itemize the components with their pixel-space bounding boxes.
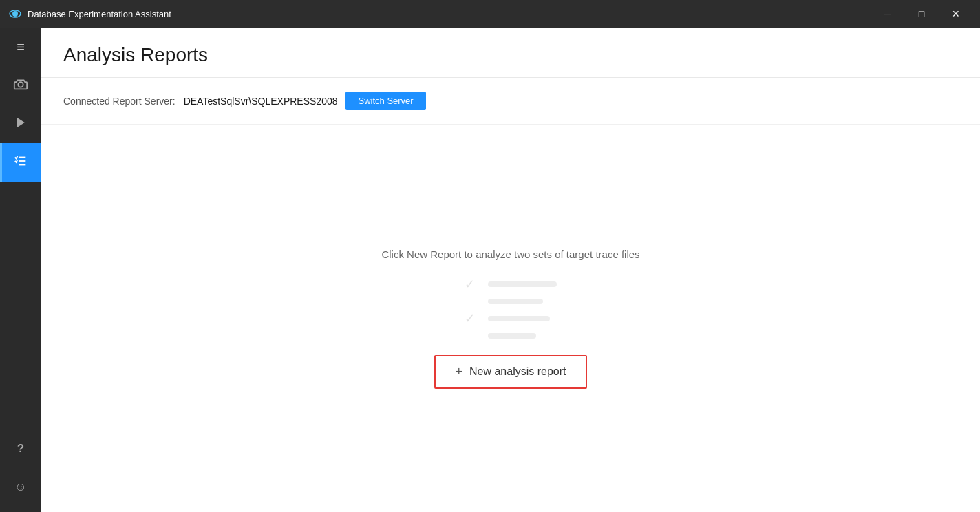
title-bar-left: Database Experimentation Assistant <box>8 7 171 21</box>
sidebar-item-menu[interactable]: ≡ <box>0 28 41 66</box>
sidebar-bottom: ? ☺ <box>0 429 41 512</box>
play-icon <box>14 116 28 133</box>
line-1 <box>488 281 557 287</box>
svg-marker-3 <box>17 117 25 127</box>
camera-icon <box>13 76 28 95</box>
app-title: Database Experimentation Assistant <box>28 9 171 19</box>
close-button[interactable]: ✕ <box>940 3 972 25</box>
new-report-label: New analysis report <box>469 365 566 378</box>
checklist-row-1: ✓ <box>465 277 557 292</box>
minimize-button[interactable]: ─ <box>871 3 903 25</box>
checklist-illustration: ✓ ✓ <box>465 277 557 339</box>
new-analysis-report-button[interactable]: + New analysis report <box>434 355 586 389</box>
window-controls: ─ □ ✕ <box>871 3 972 25</box>
help-icon: ? <box>17 442 24 456</box>
line-3 <box>488 316 550 321</box>
sidebar-item-feedback[interactable]: ☺ <box>0 468 41 506</box>
feedback-icon: ☺ <box>14 480 26 494</box>
plus-icon: + <box>455 365 462 379</box>
line-2 <box>488 299 543 304</box>
check-icon-3: ✓ <box>465 311 481 326</box>
title-bar: Database Experimentation Assistant ─ □ ✕ <box>0 0 980 28</box>
sidebar-item-analysis[interactable] <box>0 143 41 182</box>
svg-point-1 <box>12 11 18 17</box>
checklist-row-4 <box>465 333 557 339</box>
menu-icon: ≡ <box>17 39 25 55</box>
connection-label: Connected Report Server: <box>63 96 175 107</box>
connection-bar: Connected Report Server: DEATestSqlSvr\S… <box>41 78 980 125</box>
checklist-row-3: ✓ <box>465 311 557 326</box>
sidebar: ≡ <box>0 28 41 512</box>
app-icon <box>8 7 22 21</box>
page-header: Analysis Reports <box>41 28 980 78</box>
maximize-button[interactable]: □ <box>906 3 937 25</box>
main-content: Analysis Reports Connected Report Server… <box>41 28 980 512</box>
page-title: Analysis Reports <box>63 44 958 66</box>
sidebar-item-help[interactable]: ? <box>0 429 41 468</box>
empty-state-hint: Click New Report to analyze two sets of … <box>381 248 639 260</box>
switch-server-button[interactable]: Switch Server <box>345 92 425 110</box>
checklist-row-2 <box>465 299 557 304</box>
check-icon-1: ✓ <box>465 277 481 292</box>
list-check-icon <box>13 153 28 172</box>
sidebar-nav: ≡ <box>0 28 41 429</box>
empty-state: Click New Report to analyze two sets of … <box>41 125 980 512</box>
sidebar-item-replay[interactable] <box>0 105 41 143</box>
server-name: DEATestSqlSvr\SQLEXPRESS2008 <box>184 96 338 107</box>
svg-point-2 <box>18 82 23 87</box>
line-4 <box>488 333 536 339</box>
app-body: ≡ <box>0 28 980 512</box>
sidebar-item-capture[interactable] <box>0 66 41 105</box>
